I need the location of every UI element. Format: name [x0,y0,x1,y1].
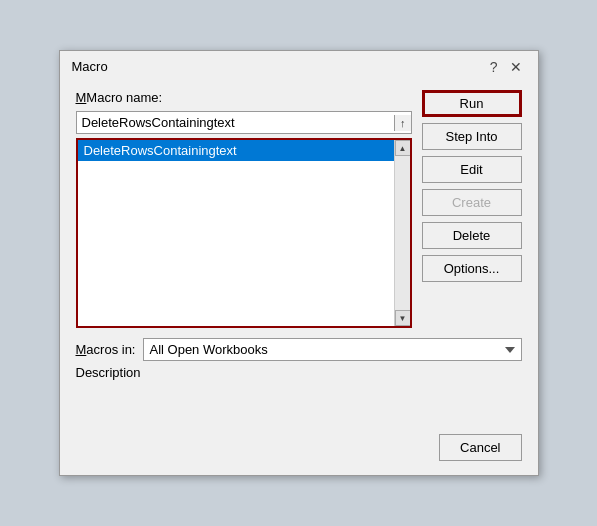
dialog-title: Macro [72,59,108,74]
bottom-right: Cancel [76,434,522,461]
scrollbar: ▲ ▼ [394,140,410,326]
delete-button[interactable]: Delete [422,222,522,249]
dialog-body: MMacro name: ↑ DeleteRowsContainingtext … [60,80,538,475]
list-item[interactable]: DeleteRowsContainingtext [78,140,394,161]
macro-name-row: ↑ [76,111,412,134]
macro-name-label: MMacro name: [76,90,412,105]
macro-list: DeleteRowsContainingtext [78,140,394,326]
macros-in-row: Macros in: All Open Workbooks [76,338,522,361]
create-button[interactable]: Create [422,189,522,216]
scroll-track [395,156,410,310]
left-panel: MMacro name: ↑ DeleteRowsContainingtext … [76,90,412,328]
cancel-button[interactable]: Cancel [439,434,521,461]
right-panel: Run Step Into Edit Create Delete Options… [422,90,522,328]
run-button[interactable]: Run [422,90,522,117]
description-label: Description [76,365,522,380]
macro-name-input[interactable] [77,112,395,133]
options-button[interactable]: Options... [422,255,522,282]
bottom-section: Macros in: All Open Workbooks Descriptio… [76,338,522,461]
title-bar: Macro ? ✕ [60,51,538,80]
scroll-up-btn[interactable]: ▲ [395,140,411,156]
macro-dialog: Macro ? ✕ MMacro name: ↑ [59,50,539,476]
macro-list-container: DeleteRowsContainingtext ▲ ▼ [76,138,412,328]
macros-in-select[interactable]: All Open Workbooks [143,338,521,361]
main-content: MMacro name: ↑ DeleteRowsContainingtext … [76,90,522,328]
edit-button[interactable]: Edit [422,156,522,183]
macros-in-label: Macros in: [76,342,136,357]
macro-name-arrow-btn[interactable]: ↑ [394,115,411,131]
scroll-down-btn[interactable]: ▼ [395,310,411,326]
help-button[interactable]: ? [486,60,502,74]
description-box [76,384,522,424]
step-into-button[interactable]: Step Into [422,123,522,150]
title-bar-controls: ? ✕ [486,60,526,74]
close-button[interactable]: ✕ [506,60,526,74]
